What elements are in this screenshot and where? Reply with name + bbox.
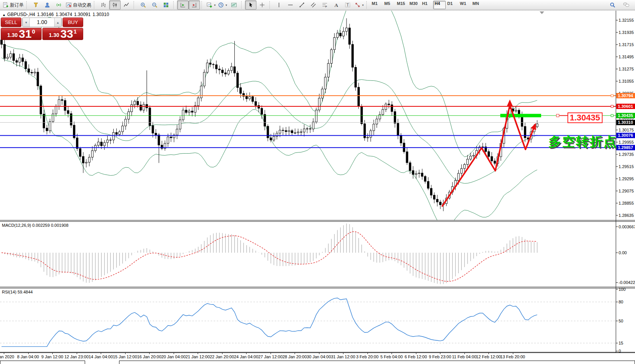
- chart-tab-strip[interactable]: [0, 361, 635, 364]
- auto-scroll-icon: [180, 2, 186, 8]
- new-chart-icon: [206, 2, 213, 8]
- timeframe-h4-button[interactable]: H4: [433, 1, 446, 9]
- time-tick: [488, 353, 489, 354]
- text-label-tool-button[interactable]: T: [342, 0, 353, 10]
- volume-decrease-button[interactable]: ▾: [23, 18, 30, 27]
- chat-icon[interactable]: [620, 0, 632, 10]
- templates-button[interactable]: [228, 0, 240, 10]
- bars-chart-button[interactable]: [98, 0, 109, 10]
- timeframe-m1-button[interactable]: M1: [370, 1, 383, 9]
- chart-shift-button[interactable]: [189, 0, 200, 10]
- svg-text:T: T: [347, 3, 349, 7]
- bollinger-middle-band: [2, 44, 537, 183]
- timeframe-m15-button[interactable]: M15: [395, 1, 408, 9]
- time-tick-label: 8 Jan 04:00: [17, 354, 39, 359]
- arrows-tool-button[interactable]: ▾: [353, 0, 365, 10]
- svg-text:A: A: [335, 2, 338, 8]
- dropdown-caret-icon: ▾: [362, 3, 364, 7]
- axis-tick-label: 1.31935: [619, 30, 634, 35]
- timeframe-m5-button[interactable]: M5: [383, 1, 395, 9]
- chart-shift-marker[interactable]: [540, 11, 544, 14]
- new-chart-button[interactable]: ▾: [205, 0, 217, 10]
- time-tick-label: 5 Feb 04:00: [380, 354, 403, 359]
- ohlc-high: 1.30474: [56, 12, 72, 17]
- cursor-tool-button[interactable]: [245, 0, 256, 10]
- sell-price[interactable]: 1.30310: [1, 28, 42, 40]
- profiles-button[interactable]: [42, 0, 53, 10]
- profiles-icon: [44, 2, 50, 8]
- chart-tab[interactable]: [119, 361, 635, 364]
- time-tick-label: 9 Jan 12:00: [41, 354, 63, 359]
- zoom-in-button[interactable]: [137, 0, 149, 10]
- equidistant-channel-tool-button[interactable]: [308, 0, 319, 10]
- toolbar-separator: [366, 1, 369, 9]
- axis-tick-label: 0.00: [619, 250, 627, 255]
- autotrading-button[interactable]: 自动交易: [64, 0, 92, 10]
- volume-increase-button[interactable]: ▴: [54, 18, 61, 27]
- time-tick-label: 22 Jan 20:00: [210, 354, 234, 359]
- main-pane[interactable]: [0, 11, 616, 229]
- tile-windows-button[interactable]: [160, 0, 172, 10]
- buy-price-small: 1.30: [49, 31, 59, 39]
- timeframe-w1-button[interactable]: W1: [458, 1, 471, 9]
- time-tick: [464, 353, 465, 354]
- toolbar-right-icons: [607, 0, 635, 10]
- hline-anchor[interactable]: [611, 114, 613, 117]
- hline-anchor[interactable]: [611, 95, 613, 97]
- timeframe-h1-button[interactable]: H1: [421, 1, 433, 9]
- styler-button[interactable]: [30, 0, 42, 10]
- fibo-icon: F: [322, 2, 328, 8]
- highlight-bar[interactable]: [500, 114, 541, 117]
- channel-icon: [310, 2, 316, 8]
- timeframe-m30-button[interactable]: M30: [408, 1, 421, 9]
- line-chart-button[interactable]: [121, 0, 132, 10]
- chart-tab[interactable]: [0, 361, 85, 364]
- vertical-line-tool-button[interactable]: [273, 0, 285, 10]
- periods-button[interactable]: ▾: [217, 0, 228, 10]
- collapse-panel-toggle[interactable]: ▲: [2, 13, 6, 17]
- timeframe-mn-button[interactable]: MN: [471, 1, 484, 9]
- annotation-note[interactable]: 多空转折点: [548, 133, 617, 151]
- indicator-panes[interactable]: [0, 223, 616, 346]
- search-icon[interactable]: [607, 0, 618, 10]
- axis-tick-label: 1.31055: [619, 79, 634, 83]
- time-tick: [125, 353, 126, 354]
- axis-tick-label: 1.31715: [619, 42, 634, 47]
- price-chart[interactable]: 1.321551.319351.317151.314951.312751.310…: [0, 11, 635, 353]
- chat-icon: [623, 2, 629, 8]
- axis-tick-label: 1.28635: [619, 213, 634, 218]
- auto-scroll-button[interactable]: [177, 0, 189, 10]
- candles-chart-button[interactable]: [109, 0, 121, 10]
- crosshair-tool-button[interactable]: [256, 0, 268, 10]
- time-tick: [271, 353, 271, 354]
- candles-chart-icon: [112, 2, 118, 8]
- timeframe-d1-button[interactable]: D1: [446, 1, 458, 9]
- time-tick-label: 9 Feb 23:00: [429, 354, 451, 359]
- label-icon: T: [345, 2, 351, 8]
- time-tick: [101, 353, 101, 354]
- fibonacci-tool-button[interactable]: F: [319, 0, 330, 10]
- time-tick-label: 11 Feb 04:00: [452, 354, 476, 359]
- time-tick: [513, 353, 513, 354]
- price-callout-label[interactable]: 1.30435: [567, 112, 603, 123]
- zoom-out-button[interactable]: [149, 0, 160, 10]
- signals-button[interactable]: [53, 0, 64, 10]
- horizontal-line-tool-button[interactable]: [285, 0, 296, 10]
- price-tag-label: 1.30601: [618, 104, 633, 109]
- text-tool-button[interactable]: A: [330, 0, 342, 10]
- ohlc-open: 1.30146: [37, 12, 53, 17]
- time-tick: [246, 353, 247, 354]
- trendline-tool-button[interactable]: [296, 0, 308, 10]
- toolbar-separator: [269, 1, 272, 9]
- buy-price[interactable]: 1.30331: [42, 28, 83, 40]
- axis-tick-label: 0: [619, 349, 621, 353]
- new-order-button[interactable]: 新订单: [2, 0, 25, 10]
- buy-button[interactable]: BUY: [63, 18, 83, 27]
- buy-price-big: 33: [60, 29, 73, 39]
- search-icon: [609, 2, 616, 8]
- hline-anchor[interactable]: [611, 105, 613, 107]
- autotrading-button-label: 自动交易: [73, 2, 91, 8]
- sell-button[interactable]: SELL: [1, 18, 21, 27]
- toolbar-separator: [94, 1, 97, 9]
- time-axis[interactable]: 6 Jan 20208 Jan 04:009 Jan 12:0012 Jan 2…: [0, 353, 635, 361]
